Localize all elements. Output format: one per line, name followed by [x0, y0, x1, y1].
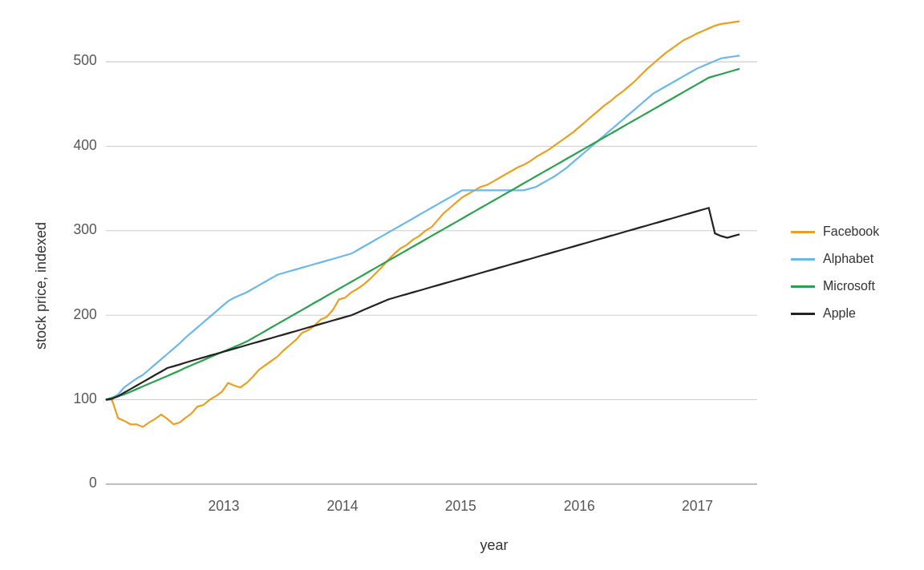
legend-item-microsoft: Microsoft [791, 279, 903, 293]
microsoft-legend-line [791, 285, 815, 288]
alphabet-label: Alphabet [823, 252, 873, 266]
alphabet-legend-line [791, 258, 815, 261]
y-axis-label: stock price, indexed [21, 13, 53, 558]
microsoft-line [106, 68, 740, 399]
apple-label: Apple [823, 306, 856, 321]
chart-container: stock price, indexed [21, 13, 903, 558]
plot-area: 0 100 200 300 400 500 2013 2014 [53, 13, 775, 533]
svg-text:2016: 2016 [564, 497, 595, 513]
svg-text:2015: 2015 [445, 497, 476, 513]
apple-line [106, 208, 740, 399]
svg-text:2013: 2013 [208, 497, 239, 513]
facebook-legend-line [791, 231, 815, 233]
svg-text:500: 500 [74, 52, 98, 68]
facebook-line [106, 21, 740, 426]
svg-text:200: 200 [74, 305, 98, 321]
legend-item-facebook: Facebook [791, 224, 903, 239]
svg-text:300: 300 [74, 221, 98, 237]
svg-text:100: 100 [74, 390, 98, 406]
chart-svg: 0 100 200 300 400 500 2013 2014 [53, 13, 775, 533]
alphabet-line [106, 55, 740, 399]
x-axis-label: year [85, 533, 903, 558]
legend-item-apple: Apple [791, 306, 903, 321]
apple-legend-line [791, 313, 815, 315]
microsoft-label: Microsoft [823, 279, 875, 293]
legend: Facebook Alphabet Microsoft Apple [775, 13, 903, 533]
svg-text:400: 400 [74, 136, 98, 152]
legend-item-alphabet: Alphabet [791, 252, 903, 266]
svg-text:0: 0 [89, 475, 97, 491]
facebook-label: Facebook [823, 224, 879, 239]
svg-text:2014: 2014 [327, 497, 359, 513]
svg-text:2017: 2017 [682, 497, 713, 513]
